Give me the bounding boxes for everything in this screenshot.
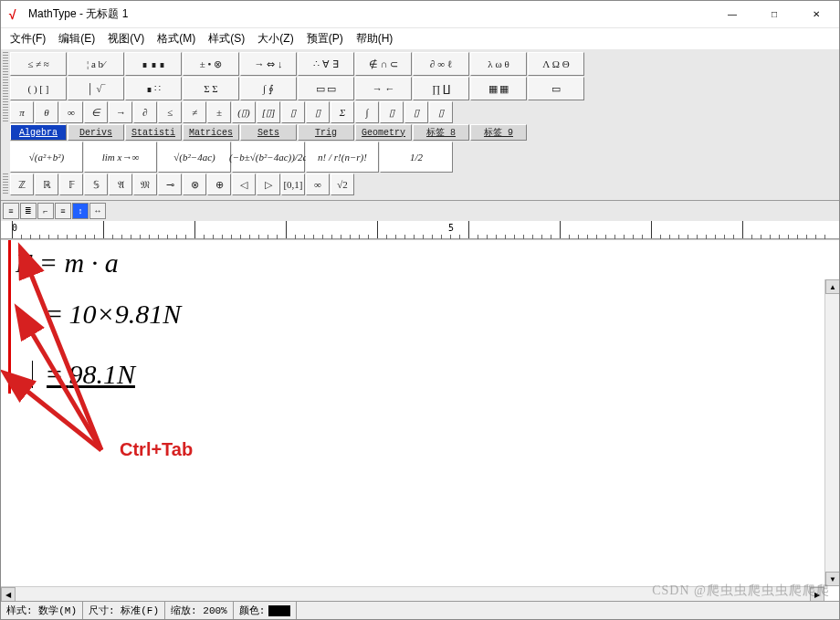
status-zoom[interactable]: 缩放: 200% [165,602,234,619]
symbol-btn-14[interactable]: ∫ [355,101,379,123]
palette1-btn-7[interactable]: ∂ ∞ ℓ [413,52,469,76]
smallsym-btn-0[interactable]: ℤ [10,173,34,195]
smallsym-btn-4[interactable]: 𝔄 [109,173,132,195]
align-btn-3[interactable]: ⌐ [37,203,54,219]
palette2-btn-2[interactable]: ∎ ∷ [125,77,182,100]
category-tab-derivs[interactable]: Derivs [68,124,124,141]
close-button[interactable]: ✕ [795,1,837,28]
category-tab-geometry[interactable]: Geometry [355,124,412,141]
align-btn-2[interactable]: ≣ [20,203,37,219]
equation-editor-area[interactable]: F = m · a = 10×9.81N = 98.1N Ctrl+Tab [1,239,839,550]
palette2-btn-4[interactable]: ∫ ∮ [240,77,297,100]
palette2-btn-8[interactable]: ▦ ▦ [470,77,527,100]
vertical-scrollbar[interactable]: ▲ ▼ [824,279,839,586]
symbol-btn-1[interactable]: θ [35,101,58,123]
palette1-btn-8[interactable]: λ ω θ [470,52,527,76]
smallsym-btn-1[interactable]: ℝ [35,173,58,195]
palette1-btn-2[interactable]: ∎ ∎ ∎ [125,52,182,76]
palette2-btn-1[interactable]: │ √‾ [68,77,124,100]
symbol-btn-9[interactable]: (▯) [232,101,256,123]
category-tab-标签 9[interactable]: 标签 9 [470,124,527,141]
palette1-btn-9[interactable]: Λ Ω Θ [528,52,584,76]
symbol-btn-8[interactable]: ± [207,101,231,123]
palette1-btn-3[interactable]: ± • ⊗ [183,52,239,76]
symbol-btn-5[interactable]: ∂ [133,101,157,123]
symbol-btn-0[interactable]: π [10,101,34,123]
palette1-btn-0[interactable]: ≤ ≠ ≈ [10,52,67,76]
scroll-up-icon[interactable]: ▲ [825,279,840,294]
expr-preset-1[interactable]: lim x→∞ [84,142,157,173]
expr-preset-4[interactable]: n! / r!(n−r)! [306,142,379,173]
smallsym-btn-5[interactable]: 𝔐 [133,173,157,195]
expr-preset-3[interactable]: (−b±√(b²−4ac))/2a [232,142,305,173]
category-tab-statisti[interactable]: Statisti [125,124,182,141]
palette2-btn-9[interactable]: ▭ [528,77,584,100]
symbol-btn-11[interactable]: ▯ [281,101,305,123]
expr-preset-2[interactable]: √(b²−4ac) [158,142,231,173]
palette2-btn-3[interactable]: Σ Σ [183,77,239,100]
symbol-btn-12[interactable]: ▯ [306,101,330,123]
symbol-btn-15[interactable]: ▯ [380,101,404,123]
smallsym-btn-3[interactable]: 𝕊 [84,173,108,195]
category-tab-trig[interactable]: Trig [298,124,354,141]
scroll-left-icon[interactable]: ◀ [1,587,16,602]
smallsym-btn-12[interactable]: ∞ [306,173,330,195]
category-tab-标签 8[interactable]: 标签 8 [413,124,469,141]
symbol-btn-7[interactable]: ≠ [183,101,206,123]
smallsym-btn-2[interactable]: 𝔽 [59,173,83,195]
smallsym-btn-8[interactable]: ⊕ [207,173,231,195]
grip-icon[interactable] [3,52,8,76]
smallsym-btn-11[interactable]: [0,1] [281,173,305,195]
svg-line-1 [28,327,101,450]
menu-view[interactable]: 视图(V) [102,29,150,48]
status-style[interactable]: 样式: 数学(M) [1,602,83,619]
menu-edit[interactable]: 编辑(E) [53,29,100,48]
category-tab-sets[interactable]: Sets [240,124,297,141]
grip-icon[interactable] [3,77,8,100]
align-btn-5[interactable]: ↕ [72,203,89,219]
smallsym-btn-13[interactable]: √2 [331,173,354,195]
expr-preset-5[interactable]: 1/2 [380,142,453,173]
palette1-btn-1[interactable]: ¦ a b⁄ [68,52,124,76]
align-btn-6[interactable]: ↔ [89,203,106,219]
smallsym-btn-6[interactable]: ⊸ [158,173,182,195]
symbol-btn-6[interactable]: ≤ [158,101,182,123]
smallsym-btn-7[interactable]: ⊗ [183,173,206,195]
status-size[interactable]: 尺寸: 标准(F) [83,602,165,619]
smallsym-btn-10[interactable]: ▷ [257,173,280,195]
palette2-btn-7[interactable]: ∏ ∐ [413,77,469,100]
palette2-btn-6[interactable]: → ← [355,77,412,100]
symbol-btn-3[interactable]: ∈ [84,101,108,123]
smallsym-btn-9[interactable]: ◁ [232,173,256,195]
category-tab-matrices[interactable]: Matrices [183,124,239,141]
maximize-button[interactable]: □ [753,1,795,28]
align-btn-1[interactable]: ≡ [3,203,19,219]
menu-size[interactable]: 大小(Z) [252,29,299,48]
menu-format[interactable]: 格式(M) [152,29,201,48]
ruler[interactable]: 0 5 [1,221,839,239]
symbol-btn-4[interactable]: → [109,101,132,123]
menu-help[interactable]: 帮助(H) [351,29,399,48]
menu-file[interactable]: 文件(F) [5,29,51,48]
menu-pref[interactable]: 预置(P) [301,29,349,48]
palette1-btn-5[interactable]: ∴ ∀ ∃ [298,52,354,76]
symbol-btn-17[interactable]: ▯ [429,101,453,123]
palette2-btn-5[interactable]: ▭ ▭ [298,77,354,100]
symbol-palette-row1: ≤ ≠ ≈¦ a b⁄∎ ∎ ∎± • ⊗→ ⇔ ↓∴ ∀ ∃∉ ∩ ⊂∂ ∞ … [10,52,584,76]
expr-preset-0[interactable]: √(a²+b²) [10,142,83,173]
watermark: CSDN @爬虫虫爬虫虫爬爬爬 [652,583,830,599]
grip-icon[interactable] [3,101,8,123]
palette1-btn-4[interactable]: → ⇔ ↓ [240,52,297,76]
grip-icon[interactable] [3,173,8,195]
symbol-btn-16[interactable]: ▯ [404,101,428,123]
minimize-button[interactable]: — [711,1,753,28]
palette2-btn-0[interactable]: ( ) [ ] [10,77,67,100]
symbol-btn-13[interactable]: Σ [331,101,354,123]
menu-style[interactable]: 样式(S) [203,29,250,48]
category-tab-algebra[interactable]: Algebra [10,124,67,141]
align-btn-4[interactable]: ≡ [55,203,71,219]
status-color[interactable]: 颜色: [234,602,298,619]
symbol-btn-2[interactable]: ∞ [59,101,83,123]
palette1-btn-6[interactable]: ∉ ∩ ⊂ [355,52,412,76]
symbol-btn-10[interactable]: [▯] [257,101,280,123]
